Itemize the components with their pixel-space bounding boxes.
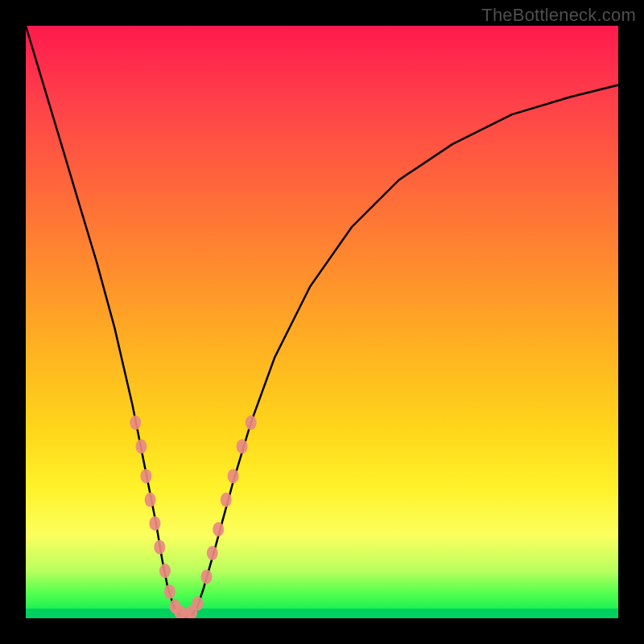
data-marker bbox=[159, 564, 171, 578]
chart-svg bbox=[26, 26, 618, 618]
data-marker bbox=[207, 546, 218, 560]
data-marker bbox=[237, 440, 248, 454]
data-marker bbox=[164, 584, 175, 599]
chart-frame: TheBottleneck.com bbox=[0, 0, 644, 644]
data-marker bbox=[145, 493, 156, 507]
bottleneck-curve bbox=[26, 26, 618, 618]
data-marker bbox=[246, 415, 257, 430]
data-marker bbox=[228, 469, 239, 483]
watermark-text: TheBottleneck.com bbox=[481, 5, 636, 26]
data-marker bbox=[130, 415, 141, 430]
data-marker bbox=[221, 493, 232, 507]
data-marker bbox=[136, 440, 147, 454]
data-marker bbox=[213, 522, 224, 537]
data-marker bbox=[140, 469, 151, 483]
optimal-band bbox=[26, 609, 618, 618]
data-marker bbox=[149, 516, 160, 530]
data-marker bbox=[154, 540, 165, 555]
plot-area bbox=[26, 26, 618, 618]
curve-markers bbox=[130, 415, 257, 618]
data-marker bbox=[201, 570, 213, 584]
